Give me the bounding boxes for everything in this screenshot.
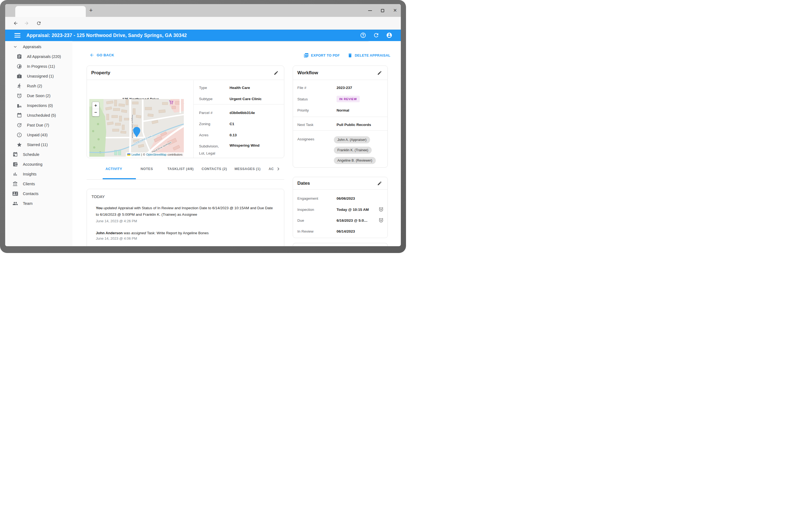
next-task-value: Pull Public Records [337,123,371,127]
delete-appraisal-label: DELETE APPRAISAL [355,54,391,58]
activity-timestamp: June 14, 2023 @ 4:06 PM [96,236,137,241]
ukraine-flag-icon [127,153,130,156]
property-address-column: Address 125 Northwood Drive, Sandy Sprin… [87,80,193,158]
next-task-label: Next Task [297,123,337,127]
dates-card: Dates Engagement 06/06/2023 Inspection T… [293,177,388,238]
sidebar-item-rush[interactable]: Rush (2) [5,81,72,91]
runner-icon [17,83,22,89]
edit-dates-icon[interactable] [377,181,382,186]
sidebar-item-contacts[interactable]: Contacts [5,189,72,198]
sidebar-section-appraisals[interactable]: Appraisals [5,42,72,52]
acres-label: Acres [199,133,229,137]
file-number-label: File # [297,86,337,90]
new-tab-button[interactable]: + [87,7,95,14]
sidebar-item-label: In Progress (11) [27,64,55,69]
osm-link[interactable]: OpenStreetMap [146,153,166,156]
sidebar-item-label: Schedule [23,152,39,157]
sidebar-item-due-soon[interactable]: Due Soon (2) [5,91,72,101]
star-icon [17,142,22,148]
subtype-label: Subtype [199,97,229,101]
export-pdf-button[interactable]: EXPORT TO PDF [303,53,340,58]
sidebar-item-unpaid[interactable]: Unpaid (43) [5,130,72,140]
attribution-contributors: contributors [167,153,183,156]
sidebar-item-team[interactable]: Team [5,198,72,208]
assignee-chip[interactable]: Franklin K. (Trainee) [334,147,372,154]
activity-card: TODAY You updated Appraisal with Status … [86,189,284,246]
sidebar-item-label: Team [23,201,32,206]
sidebar-item-inspections[interactable]: Inspections (0) [5,101,72,110]
wallet-icon [12,162,18,167]
refresh-icon[interactable] [373,32,379,38]
sidebar-item-label: Unpaid (43) [27,133,48,137]
acres-value: 0.13 [229,133,236,137]
workflow-card: Workflow File # 2023-237 Status IN REVIE… [293,66,388,168]
map-street-label: Kingsport Drive Northeast [131,115,134,139]
sidebar-item-all-appraisals[interactable]: All Appraisals (220) [5,52,72,62]
leaflet-link[interactable]: Leaflet [132,153,140,156]
minimize-icon[interactable] [368,10,372,11]
priority-label: Priority [297,108,337,112]
close-icon[interactable]: ✕ [393,8,397,13]
delete-appraisal-button[interactable]: DELETE APPRAISAL [347,53,391,58]
window-controls: ✕ [368,4,397,17]
subdivision-label: Subdivision, Lot, Legal [199,143,229,157]
workflow-card-title: Workflow [297,70,318,76]
zoning-value: C1 [229,122,234,126]
chevron-right-icon[interactable] [275,166,281,172]
edit-workflow-icon[interactable] [377,71,382,75]
bar-chart-icon [12,171,18,177]
sidebar-item-label: Rush (2) [27,84,42,88]
zoning-label: Zoning [199,122,229,126]
zoom-in-button[interactable]: + [92,102,99,109]
time-progress-icon [17,64,22,69]
subdivision-value: Whispering Wind [229,143,260,148]
dates-card-title: Dates [297,181,310,186]
tab-messages[interactable]: MESSAGES (1) [234,167,261,171]
edit-property-icon[interactable] [274,71,279,75]
sidebar-item-insights[interactable]: Insights [5,169,72,179]
maximize-icon[interactable] [381,9,384,12]
sidebar-item-accounting[interactable]: Accounting [5,159,72,169]
map-zoom-control: + − [92,102,99,116]
next-card-stub [293,243,388,246]
device-frame: + ✕ Appraisal: 2023-237 - 125 Northwood … [0,0,406,253]
detail-tabs: ACTIVITY NOTES TASKLIST (4/8) CONTACTS (… [86,165,284,180]
help-icon[interactable] [360,32,366,38]
alarm-add-icon[interactable] [379,207,384,212]
go-back-button[interactable]: GO BACK [89,53,114,58]
assignee-chip[interactable]: John A. (Appraiser) [334,136,370,143]
zoom-out-button[interactable]: − [92,109,99,116]
sidebar-item-label: All Appraisals (220) [27,55,61,59]
account-icon[interactable] [386,32,392,38]
tab-activity[interactable]: ACTIVITY [106,167,122,171]
type-value: Health Care [229,86,250,90]
menu-icon[interactable] [14,33,20,37]
tab-contacts[interactable]: CONTACTS (2) [202,167,227,171]
forward-icon[interactable] [24,21,29,26]
sidebar-item-clients[interactable]: Clients [5,179,72,189]
sidebar-item-starred[interactable]: Starred (11) [5,140,72,150]
chevron-down-icon [12,44,18,50]
browser-tab[interactable] [15,6,86,17]
arrow-left-icon [89,53,94,58]
browser-tab-bar: + ✕ [5,4,401,17]
tab-notes[interactable]: NOTES [140,167,153,171]
sidebar-item-in-progress[interactable]: In Progress (11) [5,62,72,71]
tab-overflow-truncated[interactable]: AC [268,167,274,171]
reload-icon[interactable] [36,21,42,26]
alarm-add-icon[interactable] [379,218,384,223]
engagement-value: 06/06/2023 [337,196,355,200]
property-map[interactable]: Kingsport Drive Northeast Long Island Cr… [89,99,184,157]
subtype-value: Urgent Care Clinic [229,97,262,101]
back-icon[interactable] [13,21,18,26]
property-card-title: Property [91,70,110,76]
due-value: 6/16/2023 @ 5:0… [337,219,367,223]
tab-tasklist[interactable]: TASKLIST (4/8) [167,167,194,171]
sidebar-item-unassigned[interactable]: Unassigned (1) [5,71,72,81]
sidebar-item-unscheduled[interactable]: Unscheduled (5) [5,110,72,120]
engagement-label: Engagement [297,196,337,200]
assignee-chip[interactable]: Angeline B. (Reviewer) [334,157,376,164]
sidebar-item-past-due[interactable]: Past Due (7) [5,120,72,130]
parcel-value: d3b0e6bb314e [229,111,255,115]
sidebar-item-schedule[interactable]: Schedule [5,150,72,159]
